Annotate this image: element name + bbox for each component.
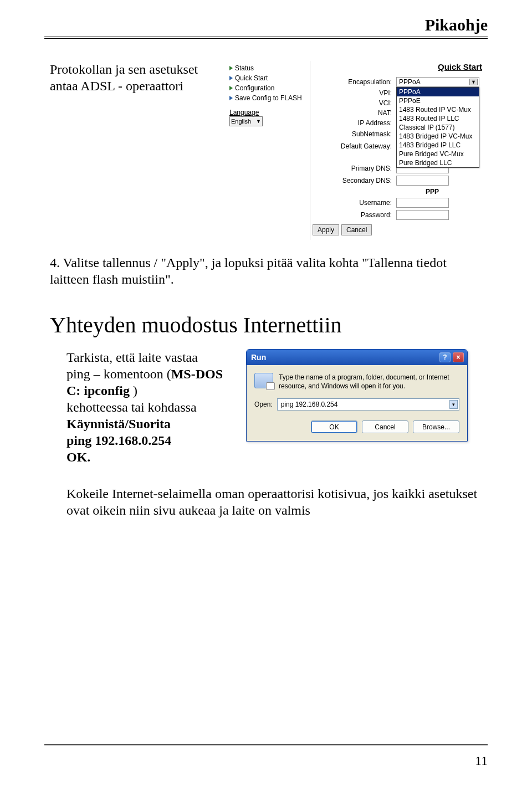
router-heading: Quick Start xyxy=(310,61,488,77)
dropdown-option[interactable]: Classical IP (1577) xyxy=(397,123,479,132)
row-sdns: Secondary DNS: xyxy=(310,176,488,186)
dropdown-option[interactable]: PPPoE xyxy=(397,96,479,105)
triangle-icon xyxy=(229,96,233,100)
intro-row: Protokollan ja sen asetukset antaa ADSL … xyxy=(50,61,488,240)
label-pass: Password: xyxy=(310,211,396,219)
run-open-row: Open: ping 192.168.0.254 ▾ xyxy=(254,398,459,411)
close-icon[interactable]: × xyxy=(453,352,464,362)
help-icon[interactable]: ? xyxy=(439,352,451,362)
page-header-title: Pikaohje xyxy=(425,16,488,34)
label-ip: IP Address: xyxy=(310,119,396,127)
label-sdns: Secondary DNS: xyxy=(310,177,396,184)
open-value: ping 192.168.0.254 xyxy=(281,401,338,408)
check-line: ping – komentoon ( xyxy=(66,367,171,381)
dropdown-selected[interactable]: PPPoA ▼ xyxy=(396,77,479,87)
check-line: ) xyxy=(130,383,137,398)
check-bold: Käynnistä/Suorita xyxy=(66,417,171,431)
check-bold: ping 192.168.0.254 xyxy=(66,433,171,448)
encapsulation-dropdown[interactable]: PPPoA ▼ PPPoA PPPoE 1483 Routed IP VC-Mu… xyxy=(396,77,479,87)
nav-item-configuration[interactable]: Configuration xyxy=(229,83,308,93)
label-pdns: Primary DNS: xyxy=(310,165,396,172)
intro-text: Protokollan ja sen asetukset antaa ADSL … xyxy=(50,61,216,94)
page-content: Protokollan ja sen asetukset antaa ADSL … xyxy=(50,0,488,519)
nav-label: Quick Start xyxy=(235,74,268,82)
language-select[interactable]: English ▼ xyxy=(229,116,263,126)
browse-button[interactable]: Browse... xyxy=(413,420,459,433)
language-label: Language xyxy=(229,109,308,116)
label-vpi: VPI: xyxy=(310,89,396,97)
label-encapsulation: Encapsulation: xyxy=(310,78,396,86)
nav-item-quick-start[interactable]: Quick Start xyxy=(229,73,308,83)
triangle-icon xyxy=(229,86,233,90)
dropdown-option[interactable]: PPPoA xyxy=(397,88,479,96)
nav-label: Configuration xyxy=(235,84,274,92)
run-app-icon xyxy=(254,373,273,388)
dropdown-option[interactable]: Pure Bridged LLC xyxy=(397,158,479,167)
router-nav: Status Quick Start Configuration Save Co… xyxy=(227,61,310,240)
dropdown-option[interactable]: 1483 Bridged IP VC-Mux xyxy=(397,132,479,141)
chevron-down-icon: ▾ xyxy=(449,400,458,409)
dropdown-option[interactable]: Pure Bridged VC-Mux xyxy=(397,150,479,158)
row-pass: Password: xyxy=(310,210,488,220)
titlebar-icons: ? × xyxy=(439,352,464,362)
ppp-section-head: PPP xyxy=(377,188,488,196)
router-main: Quick Start Encapsulation: PPPoA ▼ PPPoA… xyxy=(310,61,488,240)
check-text: Tarkista, että laite vastaa ping – komen… xyxy=(50,349,233,465)
language-value: English xyxy=(231,118,251,125)
heading-connection: Yhteyden muodostus Internettiin xyxy=(50,312,488,338)
open-combobox[interactable]: ping 192.168.0.254 ▾ xyxy=(277,398,459,411)
ok-button[interactable]: OK xyxy=(311,420,357,433)
check-line: kehotteessa tai kohdassa xyxy=(66,400,197,414)
row-user: Username: xyxy=(310,198,488,208)
header-divider xyxy=(44,37,488,39)
label-gateway: Default Gateway: xyxy=(310,142,396,150)
nav-label: Save Config to FLASH xyxy=(235,94,302,102)
step-4-text: 4. Valitse tallennus / "Apply", ja lopuk… xyxy=(50,254,488,288)
run-buttons: OK Cancel Browse... xyxy=(254,420,459,433)
check-line: Tarkista, että laite vastaa xyxy=(66,350,198,365)
chevron-down-icon: ▼ xyxy=(469,79,478,85)
nav-item-status[interactable]: Status xyxy=(229,63,308,73)
row-encapsulation: Encapsulation: PPPoA ▼ PPPoA PPPoE 1483 … xyxy=(310,77,488,87)
check-bold: OK. xyxy=(66,450,90,464)
run-titlebar: Run ? × xyxy=(247,350,467,365)
chevron-down-icon: ▼ xyxy=(256,119,262,124)
check-row: Tarkista, että laite vastaa ping – komen… xyxy=(50,349,488,465)
dropdown-option[interactable]: 1483 Bridged IP LLC xyxy=(397,141,479,150)
cancel-button[interactable]: Cancel xyxy=(362,420,408,433)
run-dialog: Run ? × Type the name of a program, fold… xyxy=(246,349,468,442)
input-sdns[interactable] xyxy=(396,176,449,186)
final-paragraph: Kokeile Internet-selaimella oman operaat… xyxy=(50,485,488,519)
router-config-panel: Status Quick Start Configuration Save Co… xyxy=(227,61,488,240)
input-user[interactable] xyxy=(396,198,449,208)
cancel-button[interactable]: Cancel xyxy=(341,224,372,235)
dropdown-list: PPPoA PPPoE 1483 Routed IP VC-Mux 1483 R… xyxy=(396,87,479,168)
run-title-text: Run xyxy=(251,353,266,362)
open-label: Open: xyxy=(254,401,273,408)
nav-item-save-flash[interactable]: Save Config to FLASH xyxy=(229,93,308,103)
page-number: 11 xyxy=(475,753,488,768)
router-buttons: Apply Cancel xyxy=(310,224,488,235)
run-top: Type the name of a program, folder, docu… xyxy=(254,373,459,391)
label-subnet: SubNetmask: xyxy=(310,130,396,138)
input-pass[interactable] xyxy=(396,210,449,220)
run-description: Type the name of a program, folder, docu… xyxy=(279,373,459,391)
triangle-icon xyxy=(229,66,233,70)
dropdown-option[interactable]: 1483 Routed IP LLC xyxy=(397,114,479,123)
apply-button[interactable]: Apply xyxy=(313,224,339,235)
label-vci: VCI: xyxy=(310,99,396,107)
label-nat: NAT: xyxy=(310,109,396,117)
nav-label: Status xyxy=(235,64,254,72)
footer-divider xyxy=(44,744,488,746)
label-user: Username: xyxy=(310,199,396,207)
triangle-icon xyxy=(229,76,233,80)
dropdown-value: PPPoA xyxy=(399,78,421,86)
dropdown-option[interactable]: 1483 Routed IP VC-Mux xyxy=(397,105,479,114)
run-body: Type the name of a program, folder, docu… xyxy=(247,365,467,441)
